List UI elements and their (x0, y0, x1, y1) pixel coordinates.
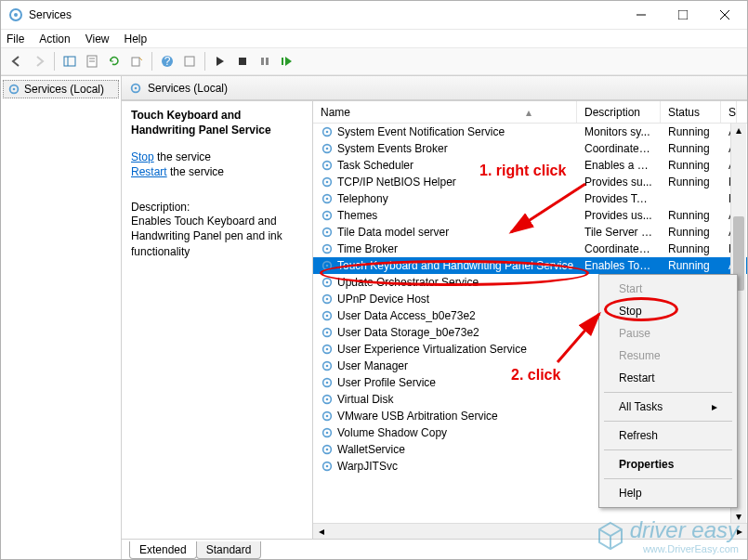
svg-point-62 (326, 449, 329, 451)
tab-extended[interactable]: Extended (129, 541, 197, 559)
export-button[interactable] (126, 51, 147, 72)
svg-point-20 (13, 88, 16, 91)
service-row[interactable]: TCP/IP NetBIOS HelperProvides su...Runni… (313, 174, 747, 190)
svg-text:?: ? (164, 55, 171, 68)
service-row[interactable]: ThemesProvides us...RunningA (313, 207, 747, 224)
gear-icon (321, 443, 334, 456)
service-row[interactable]: System Event Notification ServiceMonitor… (313, 124, 747, 140)
svg-point-36 (326, 231, 329, 234)
svg-point-22 (135, 86, 138, 89)
gear-icon (321, 259, 334, 272)
svg-rect-17 (266, 58, 269, 65)
properties-button[interactable] (82, 51, 102, 72)
close-button[interactable] (703, 1, 745, 29)
svg-rect-15 (239, 58, 246, 65)
col-name[interactable]: Name▴ (313, 101, 577, 123)
stop-link[interactable]: Stop (131, 150, 154, 163)
menu-view[interactable]: View (85, 33, 110, 46)
help-button[interactable]: ? (157, 51, 177, 72)
svg-point-64 (326, 465, 329, 468)
window-title: Services (29, 8, 620, 21)
gear-icon (321, 426, 334, 439)
ctx-help[interactable]: Help (602, 482, 734, 504)
menu-help[interactable]: Help (125, 33, 148, 46)
service-row[interactable]: Task SchedulerEnables a us...RunningA (313, 157, 747, 174)
show-hide-tree-button[interactable] (59, 51, 80, 72)
svg-point-50 (326, 348, 329, 351)
svg-point-42 (326, 281, 329, 284)
refresh-button[interactable] (104, 51, 125, 72)
gear-icon (321, 309, 334, 322)
svg-point-60 (326, 432, 329, 435)
ctx-refresh[interactable]: Refresh (602, 424, 734, 447)
gear-icon (321, 359, 334, 372)
ctx-restart[interactable]: Restart (602, 367, 734, 389)
minimize-button[interactable] (620, 1, 662, 29)
back-button[interactable] (7, 51, 27, 72)
svg-point-30 (326, 181, 329, 184)
forward-button[interactable] (29, 51, 49, 72)
gear-icon (129, 82, 142, 95)
titlebar: Services (1, 1, 747, 29)
service-row[interactable]: Touch Keyboard and Handwriting Panel Ser… (313, 257, 747, 274)
tree-item-services-local[interactable]: Services (Local) (3, 80, 119, 98)
pause-service-button[interactable] (255, 51, 275, 72)
svg-point-38 (326, 248, 329, 251)
svg-point-46 (326, 315, 329, 318)
ctx-all-tasks[interactable]: All Tasks▸ (602, 396, 734, 418)
menu-file[interactable]: File (7, 33, 24, 46)
start-service-button[interactable] (210, 51, 230, 72)
menubar: File Action View Help (1, 29, 747, 47)
gear-icon (321, 242, 334, 255)
ctx-stop[interactable]: Stop (602, 300, 734, 322)
tree-pane: Services (Local) (1, 76, 122, 559)
description-label: Description: (131, 201, 303, 214)
svg-rect-6 (64, 57, 75, 66)
col-description[interactable]: Description (577, 101, 661, 123)
chevron-right-icon: ▸ (712, 400, 717, 413)
ctx-start: Start (602, 278, 734, 300)
ctx-resume: Resume (602, 345, 734, 367)
service-row[interactable]: System Events BrokerCoordinates...Runnin… (313, 140, 747, 157)
scroll-left-icon[interactable]: ◂ (313, 524, 329, 539)
svg-point-32 (326, 198, 329, 201)
tab-standard[interactable]: Standard (196, 541, 262, 559)
svg-rect-3 (678, 10, 688, 20)
service-row[interactable]: Tile Data model serverTile Server f...Ru… (313, 224, 747, 241)
svg-rect-16 (261, 58, 264, 65)
svg-point-48 (326, 332, 329, 334)
col-status[interactable]: Status (661, 101, 721, 123)
view-tabs: Extended Standard (122, 539, 747, 559)
gear-icon (7, 83, 20, 96)
maximize-button[interactable] (662, 1, 703, 29)
service-title: Touch Keyboard and Handwriting Panel Ser… (131, 109, 303, 137)
gear-icon (321, 393, 334, 406)
gear-icon (321, 142, 334, 155)
stop-service-button[interactable] (232, 51, 253, 72)
gear-icon (321, 226, 334, 239)
restart-link[interactable]: Restart (131, 165, 167, 178)
scroll-right-icon[interactable]: ▸ (731, 524, 747, 539)
detail-pane: Touch Keyboard and Handwriting Panel Ser… (122, 101, 313, 539)
svg-point-26 (326, 148, 329, 150)
svg-point-28 (326, 164, 329, 167)
toolbar-icon[interactable] (179, 51, 200, 72)
main-header: Services (Local) (122, 76, 747, 100)
main-header-label: Services (Local) (148, 82, 228, 95)
svg-point-40 (326, 265, 329, 267)
svg-rect-11 (132, 58, 139, 66)
gear-icon (321, 276, 334, 289)
horizontal-scrollbar[interactable]: ◂ ▸ (313, 523, 747, 539)
toolbar: ? (1, 47, 747, 75)
svg-point-34 (326, 215, 329, 217)
service-row[interactable]: Time BrokerCoordinates...RunningM (313, 241, 747, 257)
gear-icon (321, 209, 334, 222)
ctx-properties[interactable]: Properties (602, 453, 734, 475)
svg-rect-18 (282, 58, 283, 65)
gear-icon (321, 176, 334, 189)
menu-action[interactable]: Action (39, 33, 70, 46)
service-row[interactable]: TelephonyProvides Tel...M (313, 190, 747, 207)
col-startup[interactable]: S (721, 101, 737, 123)
restart-service-button[interactable] (277, 51, 297, 72)
svg-point-1 (14, 13, 18, 17)
